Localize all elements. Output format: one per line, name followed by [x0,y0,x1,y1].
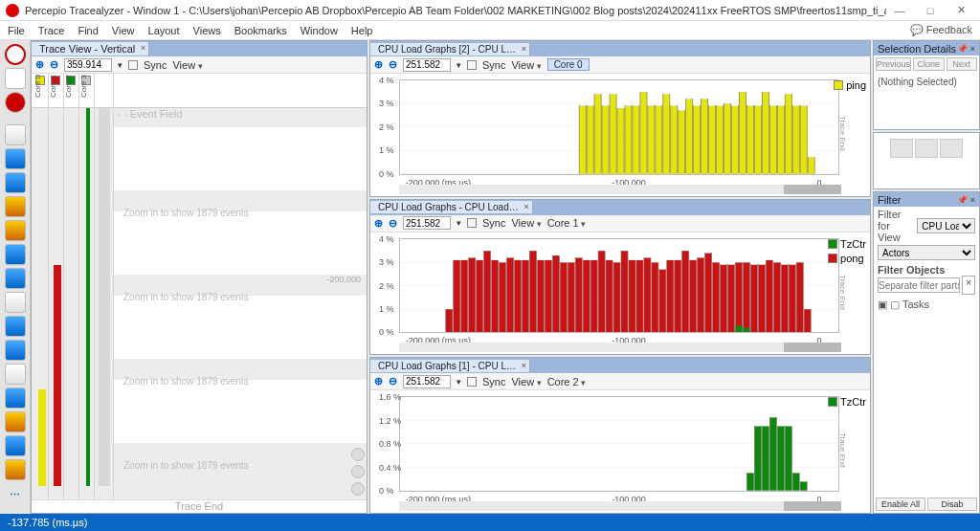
chart-icon-12[interactable] [5,459,26,480]
h-scrollbar[interactable] [399,343,841,352]
chart-icon-5[interactable] [5,244,26,265]
sync-checkbox[interactable] [128,60,138,70]
menu-help[interactable]: Help [351,25,373,36]
view-menu[interactable]: View [511,59,541,71]
close-icon[interactable]: × [522,44,526,54]
toggle-2[interactable] [915,139,938,158]
minimize-button[interactable]: — [886,5,913,16]
tree-tasks[interactable]: Tasks [902,299,929,310]
h-scrollbar[interactable] [399,185,841,194]
app-icon [6,4,19,17]
svg-rect-13 [640,92,647,173]
enable-all-button[interactable]: Enable All [876,498,925,511]
menu-views[interactable]: Views [193,25,221,36]
zoom-input[interactable] [403,58,451,72]
menu-file[interactable]: File [8,25,25,36]
zoom-out-icon[interactable]: ⊖ [50,58,58,71]
next-button[interactable]: Next [947,57,978,71]
sync-checkbox[interactable] [467,60,477,70]
toggle-1[interactable] [890,139,913,158]
maximize-button[interactable]: □ [917,5,944,16]
zoom-out-icon[interactable]: ⊖ [389,217,397,230]
svg-rect-103 [800,482,807,491]
zoom-input[interactable] [403,375,451,388]
svg-rect-82 [758,265,765,333]
feedback-link[interactable]: 💬 Feedback [910,24,972,36]
zoom-in-icon[interactable]: ⊕ [35,58,44,71]
svg-rect-46 [484,251,491,332]
menu-window[interactable]: Window [301,25,338,36]
core-selector[interactable]: Core 1 [547,217,587,229]
actors-select[interactable]: Actors [878,245,975,260]
chart-icon-2[interactable] [5,172,26,193]
tool-icon-3[interactable] [5,364,26,385]
zoom-scrubber[interactable] [351,112,365,496]
trace-footer: Trace End [32,499,367,513]
zoom-out-icon[interactable]: ⊖ [389,58,397,71]
svg-rect-51 [522,260,528,333]
sync-checkbox[interactable] [467,218,477,228]
filter-input[interactable] [878,277,960,293]
record-icon[interactable] [5,44,26,65]
chart-tab[interactable]: CPU Load Graphs [2] - CPU L…× [370,43,530,55]
close-icon[interactable]: × [523,202,528,211]
chart-icon-1[interactable] [5,148,26,169]
bar-chart[interactable]: Trace End4 %3 %2 %1 %0 %-200.000 (ms.µs)… [399,79,839,175]
zoom-input[interactable] [403,216,451,230]
core-selector[interactable]: Core 2 [547,376,587,387]
svg-rect-57 [568,262,574,332]
trace-tab[interactable]: Trace View - Vertical× [32,42,149,55]
menu-layout[interactable]: Layout [148,25,180,36]
close-icon[interactable]: × [522,361,526,370]
bar-chart[interactable]: Trace End4 %3 %2 %1 %0 %-200.000 (ms.µs)… [399,238,839,334]
selection-details-pane: Selection Details📌 × Previous Clone Next… [873,40,980,130]
filter-view-select[interactable]: CPU Load Graphs [917,218,975,233]
menu-bookmarks[interactable]: Bookmarks [234,25,287,36]
view-menu[interactable]: View [172,59,202,71]
clone-button[interactable]: Clone [913,57,945,71]
chart-icon-9[interactable] [5,387,26,409]
menu-trace[interactable]: Trace [38,25,65,36]
zoom-out-icon[interactable]: ⊖ [389,375,397,387]
disable-all-button[interactable]: Disab [927,498,977,511]
bar-chart[interactable]: Trace End1.6 %1.2 %0.8 %0.4 %0 %-200.000… [399,396,839,492]
svg-rect-10 [617,108,624,173]
zoom-in-icon[interactable]: ⊕ [374,375,383,387]
more-tools-icon[interactable]: ⋯ [10,489,20,501]
zoom-in-icon[interactable]: ⊕ [374,58,383,71]
chart-icon-8[interactable] [5,340,26,361]
chart-icon-10[interactable] [5,411,26,432]
sync-checkbox[interactable] [467,377,477,387]
toggle-3[interactable] [940,139,963,158]
h-scrollbar[interactable] [399,501,841,511]
chart-icon-11[interactable] [5,435,26,456]
chart-icon-7[interactable] [5,316,26,337]
tool-icon-1[interactable] [5,124,26,145]
chart-icon-4[interactable] [5,220,26,241]
chart-tab[interactable]: CPU Load Graphs [1] - CPU L…× [370,360,530,372]
svg-rect-67 [644,257,651,332]
window-title: Percepio Tracealyzer - Window 1 - C:\Use… [25,5,886,16]
pin-icon[interactable]: 📌 × [957,195,975,205]
chart-icon-3[interactable] [5,196,26,217]
menu-find[interactable]: Find [78,25,98,36]
svg-rect-77 [721,265,727,333]
stop-icon[interactable] [5,68,26,89]
view-menu[interactable]: View [511,376,541,387]
view-menu[interactable]: View [511,217,541,229]
svg-rect-96 [746,474,753,491]
zoom-input[interactable] [64,58,112,72]
tool-icon-2[interactable] [5,292,26,313]
pin-icon[interactable]: 📌 × [957,44,975,54]
core-selector[interactable]: Core 0 [547,58,590,71]
zoom-in-icon[interactable]: ⊕ [374,217,383,230]
close-icon[interactable]: × [141,43,145,53]
chart-icon-6[interactable] [5,268,26,289]
chart-tab[interactable]: CPU Load Graphs - CPU Load…× [370,201,533,213]
legend-swatch [828,397,837,407]
snapshot-icon[interactable] [5,92,26,113]
close-button[interactable]: ✕ [947,4,974,16]
clear-filter-icon[interactable]: × [962,276,975,295]
menu-view[interactable]: View [112,25,135,36]
prev-button[interactable]: Previous [876,57,911,71]
